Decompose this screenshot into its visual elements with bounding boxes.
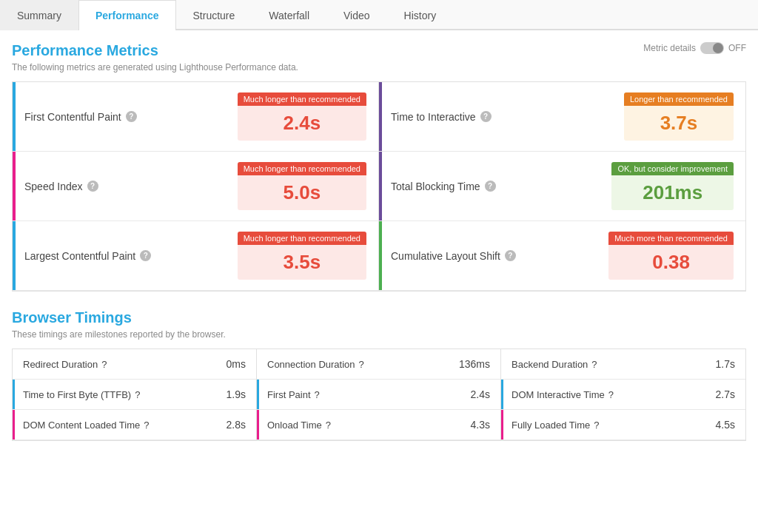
timing-help-icon-2[interactable]: ? (591, 359, 597, 370)
timing-name-0: Redirect Duration (23, 359, 98, 370)
metric-badge-0: Much longer than recommended (238, 92, 366, 106)
timing-help-icon-4[interactable]: ? (315, 389, 320, 400)
timing-help-icon-1[interactable]: ? (359, 359, 364, 370)
timing-cell-1: Connection Duration ? 136ms (257, 349, 501, 380)
metric-label-2: Speed Index ? (24, 181, 98, 192)
timing-border-3 (13, 380, 15, 409)
timing-help-icon-7[interactable]: ? (326, 420, 331, 431)
metric-label-3: Total Blocking Time ? (391, 181, 496, 192)
main-content: Performance Metrics The following metric… (0, 30, 758, 453)
timing-name-8: Fully Loaded Time (512, 420, 590, 431)
timing-name-3: Time to First Byte (TTFB) (23, 389, 131, 400)
tab-structure[interactable]: Structure (176, 0, 252, 30)
timing-label-2: Backend Duration ? (512, 359, 597, 370)
metric-name-0: First Contentful Paint (24, 111, 121, 123)
timing-value-8: 4.5s (716, 419, 735, 431)
help-icon-1[interactable]: ? (480, 111, 492, 122)
metric-label-5: Cumulative Layout Shift ? (391, 250, 516, 262)
metric-border-4 (13, 221, 16, 290)
metric-badge-3: OK, but consider improvement (611, 162, 734, 175)
metrics-grid: First Contentful Paint ? Much longer tha… (12, 81, 746, 292)
tab-summary[interactable]: Summary (0, 0, 78, 30)
timing-label-7: Onload Time ? (267, 420, 331, 431)
tab-waterfall[interactable]: Waterfall (252, 0, 326, 30)
timing-help-icon-5[interactable]: ? (608, 389, 614, 400)
performance-metrics-header: Performance Metrics The following metric… (12, 42, 746, 81)
timing-cell-3: Time to First Byte (TTFB) ? 1.9s (13, 380, 257, 410)
toggle-track[interactable] (700, 42, 724, 54)
timing-value-5: 2.7s (716, 388, 735, 400)
metric-details-toggle[interactable]: Metric details OFF (643, 42, 746, 54)
timing-border-5 (501, 380, 503, 409)
timing-name-2: Backend Duration (512, 359, 588, 370)
metric-number-2: 5.0s (238, 175, 366, 210)
timing-label-1: Connection Duration ? (267, 359, 364, 370)
browser-timings-subtitle: These timings are milestones reported by… (12, 329, 746, 340)
help-icon-3[interactable]: ? (485, 181, 496, 192)
metric-value-block-0: Much longer than recommended 2.4s (238, 92, 366, 141)
timing-label-5: DOM Interactive Time ? (512, 389, 614, 400)
timing-cell-7: Onload Time ? 4.3s (257, 410, 501, 440)
timings-grid: Redirect Duration ? 0ms Connection Durat… (12, 349, 746, 441)
metric-cell-1: Time to Interactive ? Longer than recomm… (379, 82, 745, 152)
tab-video[interactable]: Video (326, 0, 387, 30)
metric-details-label: Metric details (643, 43, 696, 53)
browser-timings-section: Browser Timings These timings are milest… (12, 309, 746, 441)
metric-value-block-2: Much longer than recommended 5.0s (238, 162, 366, 210)
toggle-state: OFF (728, 43, 746, 53)
metric-border-0 (13, 82, 16, 151)
metric-cell-5: Cumulative Layout Shift ? Much more than… (379, 221, 745, 291)
metric-cell-4: Largest Contentful Paint ? Much longer t… (13, 221, 379, 291)
performance-metrics-title-block: Performance Metrics The following metric… (12, 42, 298, 81)
timing-cell-8: Fully Loaded Time ? 4.5s (501, 410, 745, 440)
timing-border-6 (13, 410, 15, 440)
timing-name-6: DOM Content Loaded Time (23, 420, 140, 431)
timing-label-3: Time to First Byte (TTFB) ? (23, 389, 140, 400)
metric-number-1: 3.7s (624, 106, 734, 141)
timing-help-icon-0[interactable]: ? (101, 359, 107, 370)
timing-name-5: DOM Interactive Time (512, 389, 605, 400)
metric-badge-1: Longer than recommended (624, 92, 734, 106)
metric-cell-0: First Contentful Paint ? Much longer tha… (13, 82, 379, 152)
timing-name-7: Onload Time (267, 420, 322, 431)
timing-label-4: First Paint ? (267, 389, 320, 400)
help-icon-4[interactable]: ? (140, 250, 151, 261)
timing-cell-4: First Paint ? 2.4s (257, 380, 501, 410)
timing-border-4 (257, 380, 259, 409)
metric-cell-2: Speed Index ? Much longer than recommend… (13, 152, 379, 221)
browser-timings-title: Browser Timings (12, 309, 746, 326)
metric-name-4: Largest Contentful Paint (24, 250, 135, 262)
timing-name-4: First Paint (267, 389, 311, 400)
metric-number-5: 0.38 (608, 245, 734, 280)
timing-value-4: 2.4s (471, 388, 490, 400)
timing-value-6: 2.8s (227, 419, 246, 431)
tab-performance[interactable]: Performance (78, 0, 176, 30)
metric-name-3: Total Blocking Time (391, 181, 480, 192)
help-icon-0[interactable]: ? (126, 111, 137, 122)
timing-help-icon-3[interactable]: ? (135, 389, 140, 400)
help-icon-2[interactable]: ? (87, 181, 98, 192)
metric-number-3: 201ms (611, 175, 734, 210)
performance-title: Performance Metrics (12, 42, 298, 59)
timing-value-1: 136ms (459, 358, 490, 370)
metric-border-2 (13, 152, 16, 220)
timing-label-6: DOM Content Loaded Time ? (23, 420, 149, 431)
timing-value-7: 4.3s (471, 419, 490, 431)
tab-bar: Summary Performance Structure Waterfall … (0, 0, 758, 30)
performance-subtitle: The following metrics are generated usin… (12, 62, 298, 73)
tab-history[interactable]: History (387, 0, 454, 30)
metric-name-1: Time to Interactive (391, 111, 476, 123)
metric-cell-3: Total Blocking Time ? OK, but consider i… (379, 152, 745, 221)
timing-label-8: Fully Loaded Time ? (512, 420, 599, 431)
metric-badge-5: Much more than recommended (608, 232, 734, 245)
help-icon-5[interactable]: ? (505, 250, 516, 261)
timing-help-icon-8[interactable]: ? (594, 420, 599, 431)
timing-border-7 (257, 410, 259, 440)
metric-value-block-3: OK, but consider improvement 201ms (611, 162, 734, 210)
metric-number-4: 3.5s (238, 245, 366, 280)
metric-value-block-4: Much longer than recommended 3.5s (238, 232, 366, 280)
metric-number-0: 2.4s (238, 106, 366, 141)
timing-name-1: Connection Duration (267, 359, 355, 370)
timing-help-icon-6[interactable]: ? (144, 420, 149, 431)
metric-badge-4: Much longer than recommended (238, 232, 366, 245)
